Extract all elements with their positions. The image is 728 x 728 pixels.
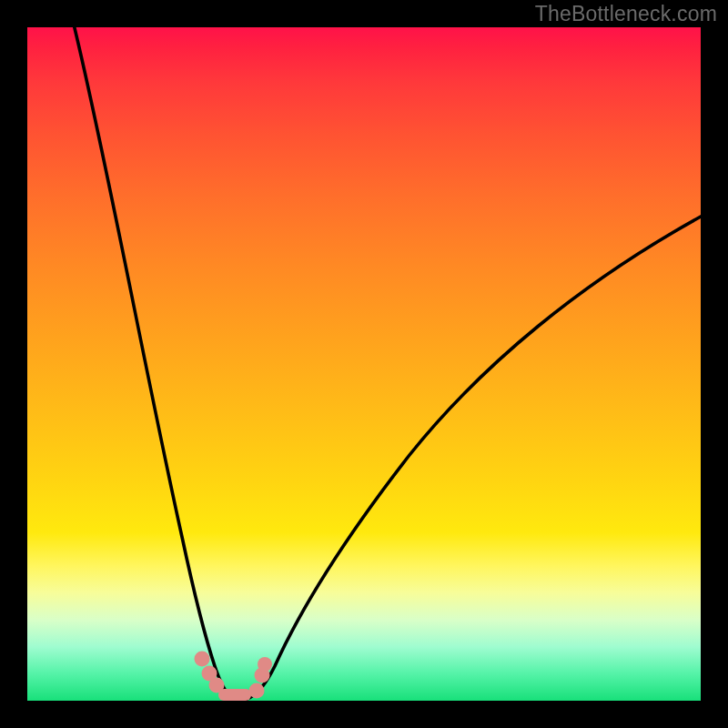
marker-dot: [218, 689, 251, 701]
plot-area: [27, 27, 701, 701]
chart-frame: TheBottleneck.com: [0, 0, 728, 728]
marker-dot: [195, 652, 210, 667]
marker-group: [195, 652, 273, 702]
marker-dot: [258, 657, 272, 672]
watermark-text: TheBottleneck.com: [535, 2, 717, 26]
bottleneck-curve-path: [75, 27, 701, 700]
marker-dot: [249, 683, 265, 699]
bottleneck-curve-svg: [27, 27, 701, 701]
